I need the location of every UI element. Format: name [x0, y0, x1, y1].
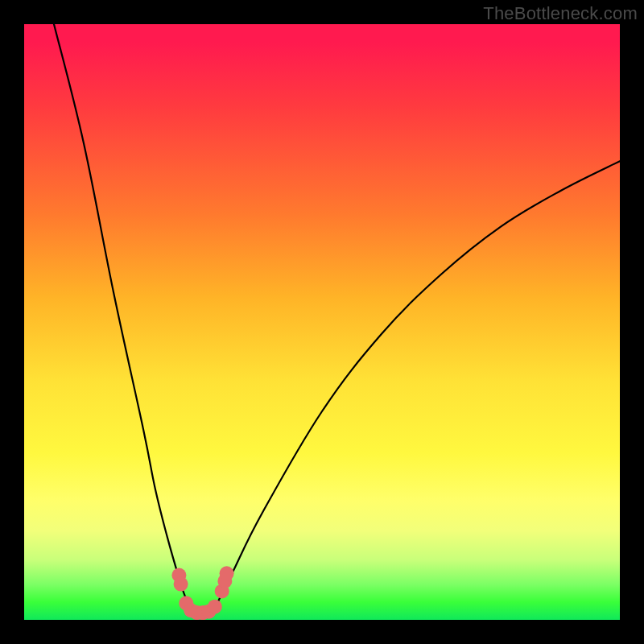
outer-frame: TheBottleneck.com [0, 0, 644, 644]
curve-markers [171, 566, 233, 620]
curve-marker [208, 600, 222, 614]
curve-marker [174, 577, 188, 592]
watermark-text: TheBottleneck.com [483, 3, 638, 24]
bottleneck-curve-line [54, 24, 620, 614]
chart-svg [24, 24, 620, 620]
curve-marker [220, 566, 234, 580]
plot-area [24, 24, 620, 620]
